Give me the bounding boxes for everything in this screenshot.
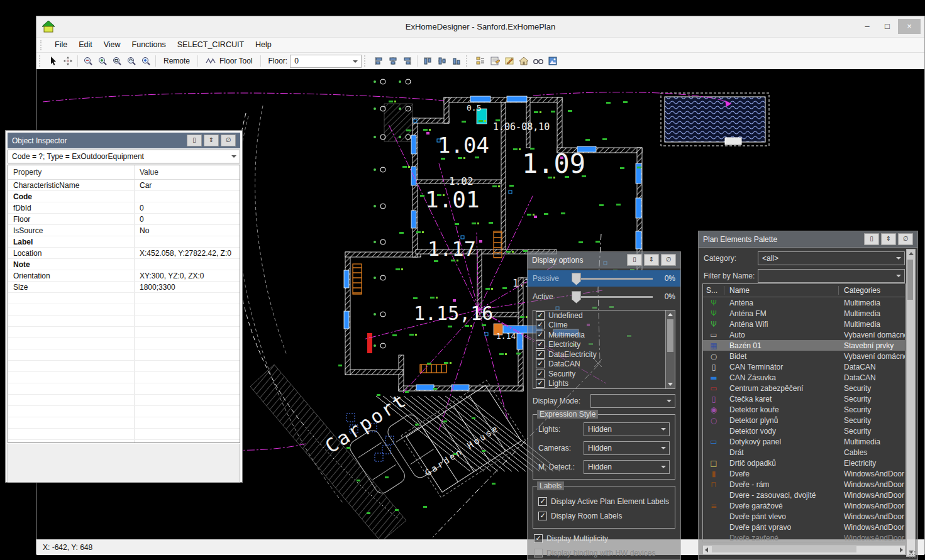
palette-horizontal-scrollbar[interactable] <box>702 545 906 555</box>
property-row[interactable]: LocationX:452.058, Y:27822.42, Z:0 <box>8 248 240 259</box>
property-row[interactable]: Note <box>8 259 240 270</box>
checkbox[interactable]: ✓ <box>534 534 543 543</box>
scroll-thumb[interactable] <box>907 260 913 300</box>
align-middle-icon[interactable] <box>435 55 449 68</box>
layer-dataelectricity[interactable]: ✓DataElectricity <box>533 349 675 360</box>
element-row[interactable]: ▯CAN TerminátorDataCAN <box>703 361 905 372</box>
properties-form-icon[interactable] <box>487 55 502 68</box>
element-row[interactable]: □Drtič odpadkůElectricity <box>703 458 905 468</box>
layer-lights[interactable]: ✓Lights <box>533 379 675 389</box>
dock-button[interactable]: ⇕ <box>644 254 659 266</box>
checkbox-row[interactable]: ✓Display Active Plan Element Labels <box>538 494 670 508</box>
edit-note-icon[interactable] <box>502 55 516 68</box>
dock-button[interactable]: ⇕ <box>204 135 219 146</box>
element-row[interactable]: ▯Čtečka karetSecurity <box>703 393 905 404</box>
element-row[interactable]: ΨAnténa FMMultimedia <box>703 308 905 319</box>
maximize-button[interactable]: □ <box>878 19 897 34</box>
opacity-slider-passive[interactable]: Passive0% <box>528 270 680 287</box>
menu-view[interactable]: View <box>98 38 126 52</box>
scroll-down-icon[interactable] <box>668 383 673 386</box>
element-row[interactable]: Dveře zavřenéWindowsAndDoor <box>703 532 905 542</box>
opacity-slider-active[interactable]: Active0% <box>528 288 680 305</box>
layer-multimedia[interactable]: ✓Multimedia <box>533 330 675 340</box>
checkbox[interactable] <box>534 549 543 557</box>
property-row[interactable]: IsSourceNo <box>8 225 240 236</box>
property-row[interactable]: Floor0 <box>8 214 240 225</box>
zoom-all-icon[interactable] <box>124 55 138 68</box>
scroll-thumb[interactable] <box>712 546 856 552</box>
layer-security[interactable]: ✓Security <box>533 369 675 379</box>
remote-button[interactable]: Remote <box>158 55 195 68</box>
palette-vertical-scrollbar[interactable] <box>906 249 916 557</box>
minimize-button[interactable]: – <box>858 19 877 34</box>
slider-track[interactable] <box>572 296 653 298</box>
display-mode-select[interactable] <box>590 394 675 408</box>
slider-handle[interactable] <box>572 291 581 304</box>
dock-button[interactable]: ⇕ <box>881 233 896 245</box>
checkbox[interactable]: ✓ <box>536 311 545 320</box>
menu-select_circuit[interactable]: SELECT_CIRCUIT <box>172 38 250 52</box>
property-row[interactable]: Size1800;3300 <box>8 282 240 293</box>
pin-button[interactable]: ▯ <box>187 135 202 146</box>
scroll-up-icon[interactable] <box>909 252 914 255</box>
filter-input[interactable] <box>758 269 905 283</box>
align-right-icon[interactable] <box>400 55 414 68</box>
menu-edit[interactable]: Edit <box>73 38 98 52</box>
scroll-up-icon[interactable] <box>668 313 673 316</box>
scroll-thumb[interactable] <box>667 319 673 352</box>
menu-functions[interactable]: Functions <box>126 38 172 52</box>
checkbox[interactable]: ✓ <box>536 360 545 368</box>
element-row[interactable]: Dvere - zasouvaci, dvojitéWindowsAndDoor <box>703 490 905 500</box>
layer-clime[interactable]: ✓Clime <box>533 321 675 331</box>
glasses-icon[interactable] <box>531 55 545 68</box>
align-left-icon[interactable] <box>371 55 385 68</box>
floor-select[interactable]: 0 <box>290 55 362 68</box>
property-row[interactable]: OrientationXY:300, YZ:0, ZX:0 <box>8 270 240 282</box>
align-bottom-icon[interactable] <box>449 55 463 68</box>
element-row[interactable]: Dveře pánt vpravoWindowsAndDoor <box>703 522 905 532</box>
slider-handle[interactable] <box>572 273 581 285</box>
checkbox-row[interactable]: ✓Display Room Labels <box>538 508 670 523</box>
close-button[interactable]: × <box>898 19 921 34</box>
property-row[interactable]: CharacteristicNameCar <box>8 180 240 191</box>
checkbox[interactable]: ✓ <box>538 512 547 520</box>
field-select[interactable]: Hidden <box>584 460 670 474</box>
image-icon[interactable] <box>545 55 560 68</box>
checkbox[interactable]: ✓ <box>536 370 545 378</box>
element-row[interactable]: ▭AutoVybavení domácnosti <box>703 329 905 340</box>
field-select[interactable]: Hidden <box>584 441 670 455</box>
layer-electricity[interactable]: ✓Electricity <box>533 340 675 350</box>
options-button[interactable]: ∅ <box>898 233 913 245</box>
object-inspector-titlebar[interactable]: Object Inspector ▯⇕∅ <box>8 133 240 148</box>
checkbox[interactable]: ✓ <box>538 497 547 506</box>
scroll-right-icon[interactable] <box>900 547 903 552</box>
element-row[interactable]: ▭Dotykový panelMultimedia <box>703 436 905 447</box>
zoom-extents-icon[interactable] <box>138 55 153 68</box>
element-row[interactable]: ◉Detektor kouřeSecurity <box>703 404 905 415</box>
home-icon[interactable] <box>516 55 531 68</box>
element-row[interactable]: ▬CAN ZásuvkaDataCAN <box>703 372 905 383</box>
element-row[interactable]: ΨAnténaMultimedia <box>703 297 905 308</box>
element-row[interactable]: ▮DveřeWindowsAndDoor <box>703 468 905 479</box>
property-row[interactable]: fDbId0 <box>8 202 240 214</box>
pin-button[interactable]: ▯ <box>627 254 642 266</box>
element-row[interactable]: ⊓Dveře - rámWindowsAndDoor <box>703 479 905 490</box>
checkbox[interactable]: ✓ <box>536 379 545 388</box>
element-row[interactable]: ▦Bazén 01Stavební prvky <box>703 340 905 351</box>
element-row[interactable]: Detektor vodySecurity <box>703 425 905 436</box>
checkbox-row[interactable]: Display binding with HW devices <box>534 546 674 560</box>
options-button[interactable]: ∅ <box>221 135 236 146</box>
checkbox[interactable]: ✓ <box>536 350 545 359</box>
scroll-left-icon[interactable] <box>705 547 708 552</box>
palette-titlebar[interactable]: Plan Elements Palette ▯⇕∅ <box>699 231 917 248</box>
zoom-in-icon[interactable] <box>95 55 109 68</box>
property-row[interactable]: Code <box>8 191 240 202</box>
checkbox-row[interactable]: ✓Display Multiplicity <box>534 531 674 546</box>
layer-datacan[interactable]: ✓DataCAN <box>533 360 675 370</box>
align-center-icon[interactable] <box>385 55 400 68</box>
zoom-window-icon[interactable] <box>109 55 124 68</box>
tree-view-icon[interactable] <box>473 55 487 68</box>
select-tool-icon[interactable] <box>46 55 60 68</box>
element-row[interactable]: ○Detektor plynůSecurity <box>703 415 905 425</box>
checkbox[interactable]: ✓ <box>536 331 545 339</box>
